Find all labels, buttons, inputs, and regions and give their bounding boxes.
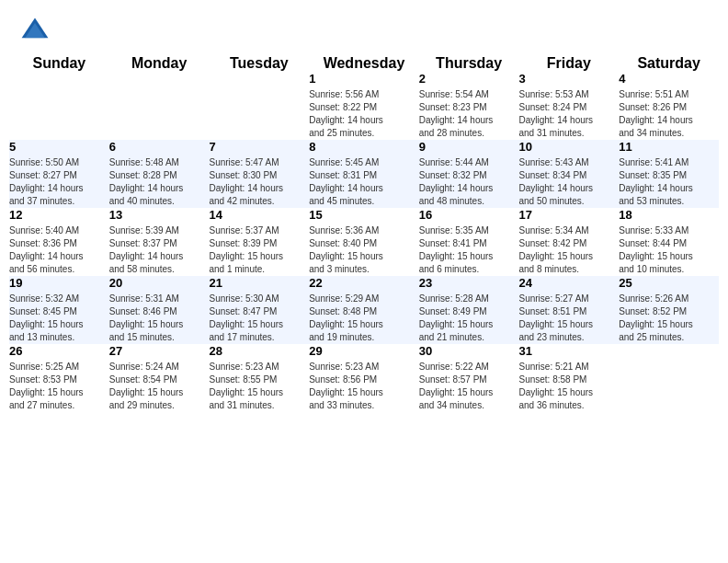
day-info: Sunrise: 5:53 AM Sunset: 8:24 PM Dayligh… <box>518 88 619 140</box>
calendar-day-cell: 13Sunrise: 5:39 AM Sunset: 8:37 PM Dayli… <box>109 208 210 276</box>
day-info: Sunrise: 5:50 AM Sunset: 8:27 PM Dayligh… <box>9 156 109 208</box>
day-info: Sunrise: 5:23 AM Sunset: 8:56 PM Dayligh… <box>309 361 419 412</box>
logo <box>18 15 55 48</box>
day-info: Sunrise: 5:47 AM Sunset: 8:30 PM Dayligh… <box>209 156 309 208</box>
day-info: Sunrise: 5:41 AM Sunset: 8:35 PM Dayligh… <box>619 156 719 208</box>
day-info: Sunrise: 5:25 AM Sunset: 8:53 PM Dayligh… <box>9 361 109 412</box>
day-number: 24 <box>518 276 619 290</box>
calendar-day-cell: 16Sunrise: 5:35 AM Sunset: 8:41 PM Dayli… <box>419 208 519 276</box>
calendar-day-cell <box>209 72 309 140</box>
day-info: Sunrise: 5:37 AM Sunset: 8:39 PM Dayligh… <box>209 224 309 276</box>
calendar-day-cell: 8Sunrise: 5:45 AM Sunset: 8:31 PM Daylig… <box>309 140 419 208</box>
calendar-week-row: 19Sunrise: 5:32 AM Sunset: 8:45 PM Dayli… <box>9 276 719 344</box>
day-number: 27 <box>109 344 210 358</box>
calendar-day-cell: 21Sunrise: 5:30 AM Sunset: 8:47 PM Dayli… <box>209 276 309 344</box>
day-number: 6 <box>109 140 210 154</box>
day-number: 19 <box>9 276 109 290</box>
day-number: 28 <box>209 344 309 358</box>
day-info: Sunrise: 5:56 AM Sunset: 8:22 PM Dayligh… <box>309 88 419 140</box>
calendar-day-cell <box>9 72 109 140</box>
day-number: 4 <box>619 72 719 86</box>
header-saturday: Saturday <box>619 55 719 72</box>
calendar-day-cell: 28Sunrise: 5:23 AM Sunset: 8:55 PM Dayli… <box>209 344 309 412</box>
calendar-day-cell: 7Sunrise: 5:47 AM Sunset: 8:30 PM Daylig… <box>209 140 309 208</box>
day-info: Sunrise: 5:30 AM Sunset: 8:47 PM Dayligh… <box>209 293 309 344</box>
calendar-day-cell: 19Sunrise: 5:32 AM Sunset: 8:45 PM Dayli… <box>9 276 109 344</box>
day-number: 29 <box>309 344 419 358</box>
weekday-header-row: Sunday Monday Tuesday Wednesday Thursday… <box>9 55 719 72</box>
day-info: Sunrise: 5:23 AM Sunset: 8:55 PM Dayligh… <box>209 361 309 412</box>
calendar-day-cell: 10Sunrise: 5:43 AM Sunset: 8:34 PM Dayli… <box>518 140 619 208</box>
day-number: 13 <box>109 208 210 222</box>
calendar-day-cell: 3Sunrise: 5:53 AM Sunset: 8:24 PM Daylig… <box>518 72 619 140</box>
header-wednesday: Wednesday <box>309 55 419 72</box>
header-tuesday: Tuesday <box>209 55 309 72</box>
calendar-day-cell: 2Sunrise: 5:54 AM Sunset: 8:23 PM Daylig… <box>419 72 519 140</box>
calendar-day-cell: 5Sunrise: 5:50 AM Sunset: 8:27 PM Daylig… <box>9 140 109 208</box>
day-number: 3 <box>518 72 619 86</box>
calendar-day-cell: 9Sunrise: 5:44 AM Sunset: 8:32 PM Daylig… <box>419 140 519 208</box>
calendar-day-cell: 17Sunrise: 5:34 AM Sunset: 8:42 PM Dayli… <box>518 208 619 276</box>
logo-icon <box>18 15 51 48</box>
calendar-day-cell: 18Sunrise: 5:33 AM Sunset: 8:44 PM Dayli… <box>619 208 719 276</box>
day-info: Sunrise: 5:27 AM Sunset: 8:51 PM Dayligh… <box>518 293 619 344</box>
calendar-day-cell: 14Sunrise: 5:37 AM Sunset: 8:39 PM Dayli… <box>209 208 309 276</box>
calendar-table: Sunday Monday Tuesday Wednesday Thursday… <box>9 55 719 412</box>
calendar-day-cell: 26Sunrise: 5:25 AM Sunset: 8:53 PM Dayli… <box>9 344 109 412</box>
day-info: Sunrise: 5:21 AM Sunset: 8:58 PM Dayligh… <box>518 361 619 412</box>
day-info: Sunrise: 5:32 AM Sunset: 8:45 PM Dayligh… <box>9 293 109 344</box>
day-number: 7 <box>209 140 309 154</box>
calendar-day-cell: 29Sunrise: 5:23 AM Sunset: 8:56 PM Dayli… <box>309 344 419 412</box>
day-number: 11 <box>619 140 719 154</box>
day-info: Sunrise: 5:24 AM Sunset: 8:54 PM Dayligh… <box>109 361 210 412</box>
calendar-week-row: 1Sunrise: 5:56 AM Sunset: 8:22 PM Daylig… <box>9 72 719 140</box>
calendar-day-cell <box>109 72 210 140</box>
day-info: Sunrise: 5:40 AM Sunset: 8:36 PM Dayligh… <box>9 224 109 276</box>
day-info: Sunrise: 5:43 AM Sunset: 8:34 PM Dayligh… <box>518 156 619 208</box>
day-info: Sunrise: 5:36 AM Sunset: 8:40 PM Dayligh… <box>309 224 419 276</box>
day-number: 25 <box>619 276 719 290</box>
day-number: 15 <box>309 208 419 222</box>
calendar-day-cell: 1Sunrise: 5:56 AM Sunset: 8:22 PM Daylig… <box>309 72 419 140</box>
day-number: 12 <box>9 208 109 222</box>
day-number: 16 <box>419 208 519 222</box>
day-number: 8 <box>309 140 419 154</box>
calendar-day-cell: 20Sunrise: 5:31 AM Sunset: 8:46 PM Dayli… <box>109 276 210 344</box>
header-thursday: Thursday <box>419 55 519 72</box>
day-number: 9 <box>419 140 519 154</box>
page-wrapper: Sunday Monday Tuesday Wednesday Thursday… <box>0 0 728 563</box>
calendar-body: 1Sunrise: 5:56 AM Sunset: 8:22 PM Daylig… <box>9 72 719 412</box>
day-info: Sunrise: 5:51 AM Sunset: 8:26 PM Dayligh… <box>619 88 719 140</box>
calendar-day-cell: 27Sunrise: 5:24 AM Sunset: 8:54 PM Dayli… <box>109 344 210 412</box>
day-number: 5 <box>9 140 109 154</box>
calendar-day-cell: 24Sunrise: 5:27 AM Sunset: 8:51 PM Dayli… <box>518 276 619 344</box>
day-info: Sunrise: 5:48 AM Sunset: 8:28 PM Dayligh… <box>109 156 210 208</box>
day-info: Sunrise: 5:26 AM Sunset: 8:52 PM Dayligh… <box>619 293 719 344</box>
day-number: 17 <box>518 208 619 222</box>
day-number: 21 <box>209 276 309 290</box>
calendar-week-row: 26Sunrise: 5:25 AM Sunset: 8:53 PM Dayli… <box>9 344 719 412</box>
calendar-week-row: 5Sunrise: 5:50 AM Sunset: 8:27 PM Daylig… <box>9 140 719 208</box>
calendar-header: Sunday Monday Tuesday Wednesday Thursday… <box>9 55 719 72</box>
day-number: 23 <box>419 276 519 290</box>
day-number: 18 <box>619 208 719 222</box>
day-info: Sunrise: 5:39 AM Sunset: 8:37 PM Dayligh… <box>109 224 210 276</box>
day-info: Sunrise: 5:22 AM Sunset: 8:57 PM Dayligh… <box>419 361 519 412</box>
calendar-day-cell: 30Sunrise: 5:22 AM Sunset: 8:57 PM Dayli… <box>419 344 519 412</box>
calendar-day-cell: 31Sunrise: 5:21 AM Sunset: 8:58 PM Dayli… <box>518 344 619 412</box>
day-number: 22 <box>309 276 419 290</box>
calendar-day-cell: 11Sunrise: 5:41 AM Sunset: 8:35 PM Dayli… <box>619 140 719 208</box>
day-info: Sunrise: 5:28 AM Sunset: 8:49 PM Dayligh… <box>419 293 519 344</box>
calendar-day-cell: 4Sunrise: 5:51 AM Sunset: 8:26 PM Daylig… <box>619 72 719 140</box>
header-friday: Friday <box>518 55 619 72</box>
day-number: 2 <box>419 72 519 86</box>
calendar-day-cell <box>619 344 719 412</box>
calendar-day-cell: 12Sunrise: 5:40 AM Sunset: 8:36 PM Dayli… <box>9 208 109 276</box>
day-number: 30 <box>419 344 519 358</box>
calendar-day-cell: 23Sunrise: 5:28 AM Sunset: 8:49 PM Dayli… <box>419 276 519 344</box>
day-info: Sunrise: 5:29 AM Sunset: 8:48 PM Dayligh… <box>309 293 419 344</box>
day-number: 26 <box>9 344 109 358</box>
calendar-day-cell: 15Sunrise: 5:36 AM Sunset: 8:40 PM Dayli… <box>309 208 419 276</box>
calendar-week-row: 12Sunrise: 5:40 AM Sunset: 8:36 PM Dayli… <box>9 208 719 276</box>
day-info: Sunrise: 5:34 AM Sunset: 8:42 PM Dayligh… <box>518 224 619 276</box>
